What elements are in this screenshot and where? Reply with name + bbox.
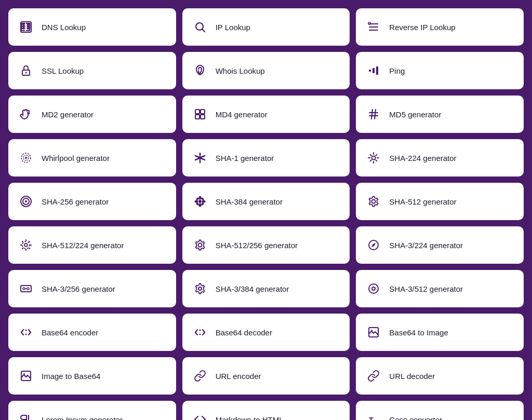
svg-rect-6 [26,28,31,29]
link-icon [193,369,207,383]
code3-icon [193,325,207,340]
card-dns-lookup[interactable]: DNS Lookup [8,8,176,46]
svg-line-8 [202,30,205,32]
card-label: Markdown to HTML [216,415,284,421]
svg-point-48 [198,243,202,247]
card-label: Whirlpool generator [42,154,110,162]
svg-point-35 [25,200,27,202]
card-sha384-generator[interactable]: SHA-384 generator [182,183,350,220]
card-ping[interactable]: Ping [356,52,524,89]
fingerprint-icon [193,63,207,78]
target-icon [19,194,33,209]
gear4-icon [193,238,207,252]
card-sha1-generator[interactable]: SHA-1 generator [182,139,350,177]
card-sha3-224-generator[interactable]: SHA-3/224 generator [356,226,524,264]
svg-point-38 [198,204,201,207]
asterisk-icon [193,151,207,165]
card-ssl-lookup[interactable]: SSL Lookup [8,52,176,89]
card-label: Base64 encoder [42,328,98,337]
card-base64-encoder[interactable]: Base64 encoder [8,314,176,351]
card-url-decoder[interactable]: URL decoder [356,357,524,395]
lock-icon [19,63,33,78]
flower-icon [193,194,207,209]
card-base64-to-image[interactable]: Base64 to Image [356,314,524,351]
card-md2-generator[interactable]: MD2 generator [8,96,176,133]
gear3-icon [19,238,33,252]
card-label: Reverse IP Lookup [389,23,455,32]
card-sha512-generator[interactable]: SHA-512 generator [356,183,524,220]
card-label: MD5 generator [389,110,441,119]
card-reverse-ip-lookup[interactable]: Reverse IP Lookup [356,8,524,46]
card-sha224-generator[interactable]: SHA-224 generator [356,139,524,177]
svg-point-57 [25,334,27,335]
svg-text:T: T [369,416,374,420]
search-icon [193,20,207,34]
svg-point-58 [199,330,201,331]
card-label: SHA-3/512 generator [389,284,463,293]
card-label: Base64 to Image [389,328,448,337]
svg-rect-11 [369,30,378,31]
svg-rect-15 [369,70,371,72]
card-label: Image to Base64 [42,372,100,381]
svg-rect-3 [21,28,25,29]
card-md5-generator[interactable]: MD5 generator [356,96,524,133]
svg-point-14 [25,72,27,74]
card-sha3-384-generator[interactable]: SHA-3/384 generator [182,270,350,307]
svg-line-25 [375,110,376,119]
card-whirlpool-generator[interactable]: Whirlpool generator [8,139,176,177]
svg-rect-1 [21,23,25,24]
svg-rect-19 [201,110,205,114]
card-sha512-224-generator[interactable]: SHA-512/224 generator [8,226,176,264]
card-label: MD4 generator [216,110,268,119]
svg-point-54 [369,284,378,293]
svg-point-40 [202,200,205,203]
hash-icon [366,107,381,121]
card-sha3-256-generator[interactable]: SHA-3/256 generator [8,270,176,307]
card-label: SHA-3/384 generator [216,284,289,293]
card-label: Lorem Ipsum generator [42,415,123,421]
card-base64-decoder[interactable]: Base64 decoder [182,314,350,351]
card-label: Ping [389,66,405,75]
card-sha256-generator[interactable]: SHA-256 generator [8,183,176,220]
card-case-converter[interactable]: TICase converter [356,401,524,420]
card-label: SSL Lookup [42,66,84,75]
card-lorem-ipsum[interactable]: Lorem Ipsum generator [8,401,176,420]
svg-rect-18 [195,110,200,114]
card-markdown-to-html[interactable]: Markdown to HTML [182,401,350,420]
card-label: SHA-224 generator [389,154,456,162]
card-sha512-256-generator[interactable]: SHA-512/256 generator [182,226,350,264]
card-label: SHA-384 generator [216,197,283,206]
textsize-icon: TI [366,412,381,420]
card-label: MD2 generator [42,110,94,119]
svg-point-36 [198,200,202,203]
card-label: IP Lookup [216,23,250,32]
card-label: Case converter [389,415,442,421]
card-label: SHA-256 generator [42,197,109,206]
card-sha3-512-generator[interactable]: SHA-3/512 generator [356,270,524,307]
card-url-encoder[interactable]: URL encoder [182,357,350,395]
paragraph-icon [19,412,33,420]
svg-point-45 [372,200,376,204]
card-label: SHA-1 generator [216,154,274,162]
svg-point-59 [199,334,201,335]
svg-point-53 [198,287,202,290]
card-image-to-base64[interactable]: Image to Base64 [8,357,176,395]
svg-rect-4 [26,23,31,24]
image-icon [366,325,381,340]
card-whois-lookup[interactable]: Whois Lookup [182,52,350,89]
svg-rect-10 [369,26,378,28]
code-icon [193,412,207,420]
tool-grid: DNS LookupIP LookupReverse IP LookupSSL … [8,8,524,420]
svg-rect-20 [195,115,200,119]
svg-rect-21 [201,115,205,119]
svg-point-52 [27,288,29,290]
gear5-icon [193,281,207,296]
card-ip-lookup[interactable]: IP Lookup [182,8,350,46]
card-label: SHA-512/224 generator [42,241,124,250]
card-md4-generator[interactable]: MD4 generator [182,96,350,133]
card-label: SHA-3/256 generator [42,284,115,293]
card-label: Whois Lookup [216,66,265,75]
ping-icon [366,63,381,78]
card-label: URL encoder [216,372,261,381]
card-label: SHA-3/224 generator [389,241,463,250]
